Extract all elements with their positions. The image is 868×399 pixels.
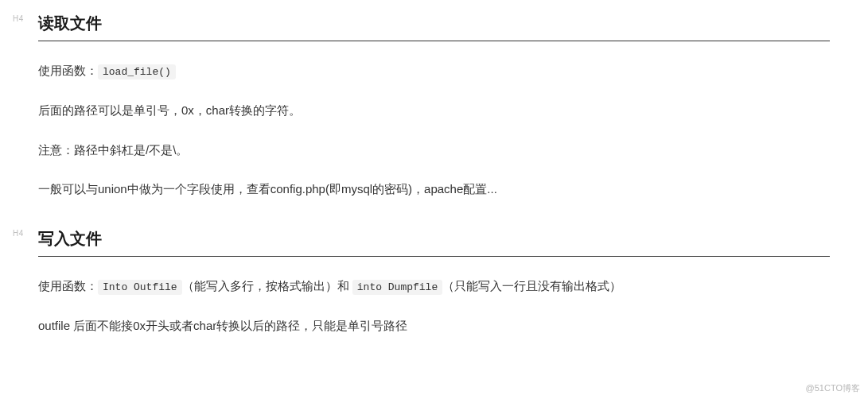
text-span: （能写入多行，按格式输出）和 — [182, 279, 352, 292]
heading-level-tag: H4 — [13, 229, 24, 238]
paragraph: 一般可以与union中做为一个字段使用，查看config.php(即mysql的… — [38, 179, 830, 200]
paragraph: 注意：路径中斜杠是/不是\。 — [38, 140, 830, 161]
text-span: 使用函数： — [38, 64, 98, 77]
paragraph: 后面的路径可以是单引号，0x，char转换的字符。 — [38, 100, 830, 121]
inline-code: into Dumpfile — [352, 280, 442, 295]
inline-code: Into Outfile — [98, 280, 182, 295]
text-span: （只能写入一行且没有输出格式） — [442, 279, 621, 292]
watermark: @51CTO博客 — [806, 382, 860, 394]
inline-code: load_file() — [98, 64, 176, 79]
document-content: 读取文件 使用函数：load_file() 后面的路径可以是单引号，0x，cha… — [0, 0, 868, 335]
heading-level-tag: H4 — [13, 14, 24, 23]
paragraph: 使用函数：Into Outfile（能写入多行，按格式输出）和 into Dum… — [38, 276, 830, 296]
text-span: 使用函数： — [38, 279, 98, 292]
section-heading-read-file: 读取文件 — [38, 13, 830, 41]
paragraph: outfile 后面不能接0x开头或者char转换以后的路径，只能是单引号路径 — [38, 316, 830, 336]
paragraph: 使用函数：load_file() — [38, 60, 830, 81]
section-heading-write-file: 写入文件 — [38, 228, 830, 257]
